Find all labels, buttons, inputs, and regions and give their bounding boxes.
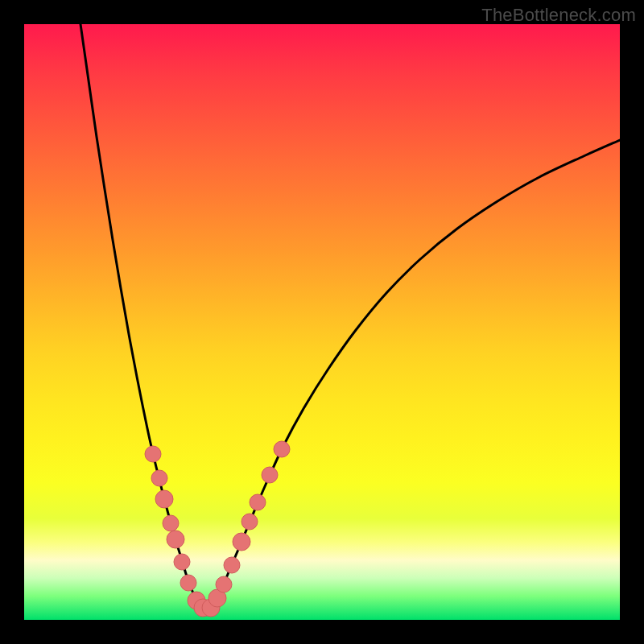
data-dot (233, 533, 250, 551)
bottleneck-curve (80, 24, 620, 609)
chart-frame: TheBottleneck.com (0, 0, 644, 644)
data-dot (224, 557, 240, 573)
watermark-text: TheBottleneck.com (481, 5, 636, 26)
data-dot (262, 467, 278, 483)
curve-layer (24, 24, 620, 620)
data-dot (151, 470, 167, 486)
data-dots (145, 441, 290, 617)
data-dot (145, 446, 161, 462)
data-dot (242, 514, 258, 530)
data-dot (274, 441, 290, 457)
data-dot (250, 494, 266, 510)
data-dot (163, 515, 179, 531)
data-dot (174, 554, 190, 570)
data-dot (180, 575, 196, 591)
plot-area (24, 24, 620, 620)
data-dot (155, 490, 173, 508)
data-dot (167, 530, 184, 548)
data-dot (216, 576, 232, 592)
